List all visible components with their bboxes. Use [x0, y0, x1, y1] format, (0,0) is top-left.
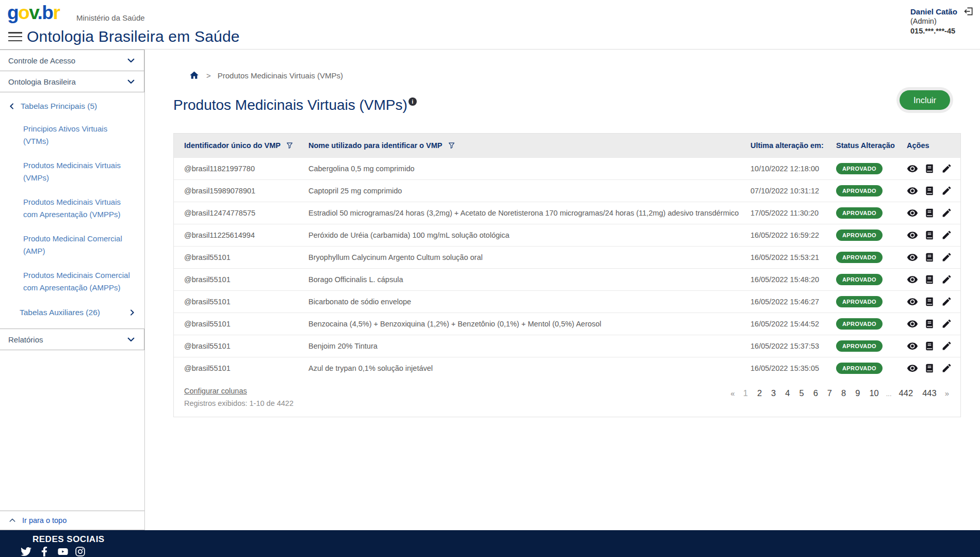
log-button[interactable]: [924, 318, 935, 330]
logout-button[interactable]: [963, 6, 974, 17]
info-icon[interactable]: i: [409, 97, 417, 106]
add-button[interactable]: Incluir: [900, 90, 950, 110]
actions-cell: [907, 274, 960, 285]
updated-at-cell: 17/05/2022 11:30:20: [750, 209, 836, 217]
edit-button[interactable]: [941, 363, 952, 374]
edit-button[interactable]: [941, 274, 952, 285]
log-button[interactable]: [924, 252, 935, 263]
pencil-icon: [941, 252, 952, 263]
table-footer: Configurar colunas Registros exibidos: 1…: [174, 379, 960, 417]
user-name[interactable]: Daniel Catão: [910, 7, 957, 17]
pencil-icon: [941, 274, 952, 285]
edit-button[interactable]: [941, 185, 952, 196]
filter-name-button[interactable]: [447, 141, 455, 150]
social-title: REDES SOCIAIS: [32, 534, 105, 545]
sidebar-item[interactable]: Produto Medicinal Comercial (AMP): [0, 233, 144, 257]
view-button[interactable]: [907, 318, 918, 330]
page-button[interactable]: 9: [853, 388, 862, 398]
twitter-link[interactable]: [21, 546, 31, 557]
log-button[interactable]: [924, 185, 935, 196]
sidebar-item-label: Ontologia Brasileira: [8, 77, 76, 86]
page-button[interactable]: 4: [783, 388, 792, 398]
edit-button[interactable]: [941, 296, 952, 307]
next-page-button[interactable]: »: [944, 389, 950, 398]
filter-id-button[interactable]: [286, 141, 294, 150]
vmp-name-cell: Bicarbonato de sódio envelope: [308, 298, 750, 306]
log-button[interactable]: [924, 296, 935, 307]
edit-button[interactable]: [941, 340, 952, 352]
sidebar-item[interactable]: Principios Ativos Virtuais (VTMs): [0, 123, 144, 148]
app-title: Ontologia Brasileira em Saúde: [27, 28, 240, 45]
page-button[interactable]: 10: [867, 388, 880, 398]
view-button[interactable]: [907, 207, 918, 219]
vmp-id-cell: @brasil11821997780: [184, 165, 308, 173]
log-button[interactable]: [924, 230, 935, 241]
page-button[interactable]: 2: [755, 388, 764, 398]
edit-button[interactable]: [941, 163, 952, 174]
status-cell: APROVADO: [836, 318, 907, 330]
facebook-link[interactable]: [39, 546, 50, 557]
vmp-name-cell: Benjoim 20% Tintura: [308, 342, 750, 350]
sidebar-item[interactable]: Produtos Medicinais Virtuais (VMPs): [0, 159, 144, 184]
logout-icon: [963, 6, 974, 17]
sidebar-item[interactable]: Produtos Medicinais Virtuais com Apresen…: [0, 196, 144, 221]
hamburger-menu-button[interactable]: [8, 32, 22, 41]
page-button[interactable]: 442: [897, 388, 916, 398]
page-button[interactable]: 7: [825, 388, 834, 398]
govbr-logo[interactable]: gov.br: [7, 2, 59, 24]
sidebar-item-controle-de-acesso[interactable]: Controle de Acesso: [0, 50, 144, 71]
page-button[interactable]: 8: [839, 388, 848, 398]
actions-cell: [907, 163, 960, 174]
actions-cell: [907, 252, 960, 263]
page-button[interactable]: 6: [811, 388, 820, 398]
log-button[interactable]: [924, 340, 935, 352]
funnel-icon: [448, 141, 455, 149]
edit-button[interactable]: [941, 207, 952, 219]
page-button[interactable]: 1: [741, 388, 750, 398]
page-button[interactable]: 443: [920, 388, 939, 398]
sidebar-item-relatorios[interactable]: Relatórios: [0, 329, 144, 350]
book-icon: [924, 185, 935, 196]
sidebar-item[interactable]: Produtos Medicinais Comercial com Aprese…: [0, 269, 144, 294]
column-header-name: Nome utilizado para identificar o VMP: [308, 141, 750, 150]
view-button[interactable]: [907, 274, 918, 285]
status-cell: APROVADO: [836, 185, 907, 196]
column-header-actions: Ações: [907, 141, 960, 150]
view-button[interactable]: [907, 340, 918, 352]
configure-columns-link[interactable]: Configurar colunas: [184, 387, 247, 395]
sidebar-item-tabelas-auxiliares[interactable]: Tabelas Auxiliares (26): [0, 308, 144, 317]
govbr-logo-letter: g: [7, 2, 18, 23]
home-link[interactable]: [189, 70, 200, 80]
actions-cell: [907, 363, 960, 374]
actions-cell: [907, 318, 960, 330]
log-button[interactable]: [924, 207, 935, 219]
edit-button[interactable]: [941, 318, 952, 330]
log-button[interactable]: [924, 363, 935, 374]
view-button[interactable]: [907, 296, 918, 307]
page-button[interactable]: 5: [797, 388, 806, 398]
sidebar-back-tabelas-principais[interactable]: Tabelas Principais (5): [0, 102, 144, 111]
column-header-status: Status Alteração: [836, 141, 907, 150]
pagination-ellipsis: ...: [886, 390, 892, 398]
instagram-link[interactable]: [75, 546, 86, 557]
book-icon: [924, 340, 935, 352]
log-button[interactable]: [924, 163, 935, 174]
view-button[interactable]: [907, 252, 918, 263]
view-button[interactable]: [907, 185, 918, 196]
view-button[interactable]: [907, 163, 918, 174]
youtube-link[interactable]: [57, 546, 68, 557]
prev-page-button[interactable]: «: [729, 389, 736, 398]
log-button[interactable]: [924, 274, 935, 285]
page-title: Produtos Medicinais Virtuais (VMPs)i: [173, 97, 417, 113]
actions-cell: [907, 296, 960, 307]
edit-button[interactable]: [941, 230, 952, 241]
view-button[interactable]: [907, 230, 918, 241]
back-to-top-link[interactable]: Ir para o topo: [0, 511, 144, 530]
view-button[interactable]: [907, 363, 918, 374]
sidebar-item-ontologia-brasileira[interactable]: Ontologia Brasileira: [0, 71, 144, 92]
vmp-name-cell: Bryophyllum Calycinum Argento Cultum sol…: [308, 253, 750, 261]
vmp-id-cell: @brasil55101: [184, 364, 308, 372]
funnel-icon: [286, 141, 293, 149]
page-button[interactable]: 3: [769, 388, 778, 398]
edit-button[interactable]: [941, 252, 952, 263]
